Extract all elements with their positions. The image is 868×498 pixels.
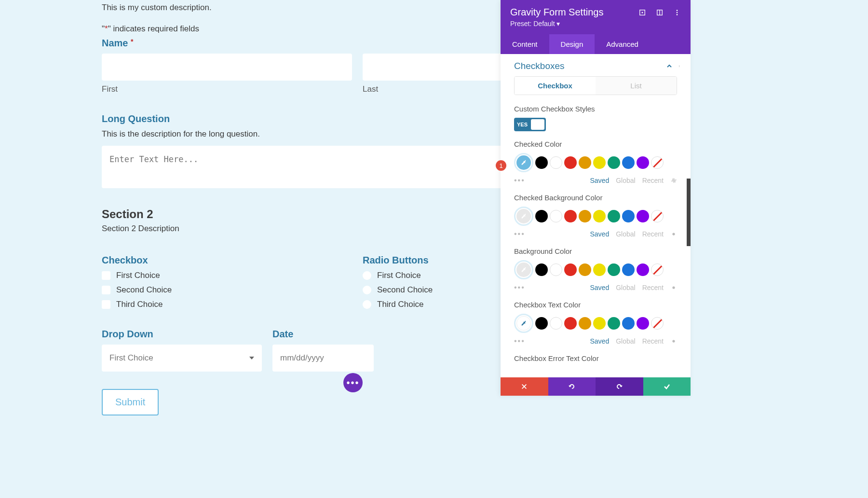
swatch-red[interactable] [564, 156, 577, 169]
color-picker-button[interactable] [514, 314, 533, 333]
tab-content[interactable]: Content [501, 34, 549, 54]
checkbox-icon [102, 271, 110, 280]
submit-button[interactable]: Submit [102, 389, 159, 415]
gear-icon[interactable] [670, 338, 677, 345]
more-options-fab[interactable]: ••• [343, 373, 363, 392]
swatch-green[interactable] [608, 156, 620, 169]
save-button[interactable] [643, 377, 691, 396]
swatch-white[interactable] [550, 317, 562, 330]
preset-label[interactable]: Preset: Default ▾ [510, 20, 681, 28]
gear-icon[interactable] [670, 177, 677, 184]
recent-link[interactable]: Recent [642, 230, 664, 238]
global-link[interactable]: Global [616, 337, 635, 345]
recent-link[interactable]: Recent [642, 337, 664, 345]
kebab-menu-icon[interactable] [673, 9, 681, 16]
color-picker-button[interactable] [514, 153, 533, 172]
checked-bg-color-label: Checked Background Color [514, 194, 677, 202]
subtab-checkbox[interactable]: Checkbox [515, 77, 596, 95]
swatch-red[interactable] [564, 210, 577, 222]
tab-advanced[interactable]: Advanced [595, 34, 650, 54]
swatch-blue[interactable] [622, 263, 635, 276]
recent-link[interactable]: Recent [642, 284, 664, 291]
more-swatches-icon[interactable]: ••• [514, 176, 525, 185]
saved-link[interactable]: Saved [590, 337, 609, 345]
color-picker-button[interactable] [514, 260, 533, 279]
swatch-black[interactable] [535, 156, 548, 169]
swatch-red[interactable] [564, 263, 577, 276]
swatch-white[interactable] [550, 156, 562, 169]
first-name-input[interactable] [102, 54, 352, 81]
saved-link[interactable]: Saved [590, 284, 609, 291]
panel-title: Gravity Form Settings [510, 7, 603, 18]
chevron-down-icon [249, 357, 254, 360]
gear-icon[interactable] [670, 284, 677, 291]
global-link[interactable]: Global [616, 284, 635, 291]
tab-design[interactable]: Design [549, 34, 595, 54]
text-color-label: Checkbox Text Color [514, 301, 677, 309]
saved-link[interactable]: Saved [590, 177, 609, 184]
swatch-green[interactable] [608, 263, 620, 276]
swatch-transparent[interactable] [651, 317, 664, 330]
checkbox-label: Checkbox [102, 255, 352, 266]
checkbox-choice[interactable]: Third Choice [102, 300, 352, 309]
swatch-purple[interactable] [637, 317, 649, 330]
first-name-sublabel: First [102, 84, 352, 94]
swatch-black[interactable] [535, 210, 548, 222]
kebab-menu-icon[interactable] [679, 63, 681, 69]
swatch-orange[interactable] [579, 156, 591, 169]
swatch-white[interactable] [550, 263, 562, 276]
swatch-green[interactable] [608, 210, 620, 222]
dropdown-select[interactable]: First Choice [102, 345, 262, 372]
scrollbar-thumb[interactable] [687, 179, 691, 246]
swatch-yellow[interactable] [593, 263, 606, 276]
color-picker-button[interactable] [514, 207, 533, 226]
swatch-green[interactable] [608, 317, 620, 330]
radio-icon [363, 300, 371, 309]
swatch-orange[interactable] [579, 263, 591, 276]
swatch-blue[interactable] [622, 156, 635, 169]
global-link[interactable]: Global [616, 177, 635, 184]
swatch-transparent[interactable] [651, 263, 664, 276]
error-text-color-label: Checkbox Error Text Color [514, 354, 677, 362]
swatch-yellow[interactable] [593, 156, 606, 169]
swatch-purple[interactable] [637, 263, 649, 276]
swatch-black[interactable] [535, 263, 548, 276]
more-swatches-icon[interactable]: ••• [514, 337, 525, 346]
swatch-purple[interactable] [637, 210, 649, 222]
global-link[interactable]: Global [616, 230, 635, 238]
close-button[interactable] [501, 377, 548, 396]
swatch-purple[interactable] [637, 156, 649, 169]
checkbox-choice[interactable]: Second Choice [102, 285, 352, 295]
svg-point-6 [677, 14, 678, 15]
svg-point-7 [679, 65, 679, 66]
swatch-blue[interactable] [622, 317, 635, 330]
swatch-blue[interactable] [622, 210, 635, 222]
swatch-red[interactable] [564, 317, 577, 330]
columns-icon[interactable] [656, 9, 664, 16]
recent-link[interactable]: Recent [642, 177, 664, 184]
swatch-orange[interactable] [579, 210, 591, 222]
subtab-list[interactable]: List [596, 77, 677, 95]
dropdown-label: Drop Down [102, 329, 262, 340]
swatch-orange[interactable] [579, 317, 591, 330]
undo-button[interactable] [548, 377, 596, 396]
swatch-black[interactable] [535, 317, 548, 330]
swatch-transparent[interactable] [651, 210, 664, 222]
date-label: Date [272, 329, 374, 340]
section-checkboxes-title[interactable]: Checkboxes [514, 61, 565, 71]
custom-styles-toggle[interactable]: YES [514, 118, 546, 131]
more-swatches-icon[interactable]: ••• [514, 283, 525, 292]
checkbox-choice[interactable]: First Choice [102, 271, 352, 280]
redo-button[interactable] [596, 377, 643, 396]
saved-link[interactable]: Saved [590, 230, 609, 238]
more-swatches-icon[interactable]: ••• [514, 230, 525, 238]
swatch-transparent[interactable] [651, 156, 664, 169]
expand-icon[interactable] [638, 9, 646, 16]
swatch-yellow[interactable] [593, 210, 606, 222]
swatch-white[interactable] [550, 210, 562, 222]
gear-icon[interactable] [670, 231, 677, 237]
swatch-yellow[interactable] [593, 317, 606, 330]
chevron-up-icon[interactable] [666, 63, 672, 69]
ellipsis-icon: ••• [346, 377, 359, 388]
date-input[interactable] [272, 345, 374, 372]
